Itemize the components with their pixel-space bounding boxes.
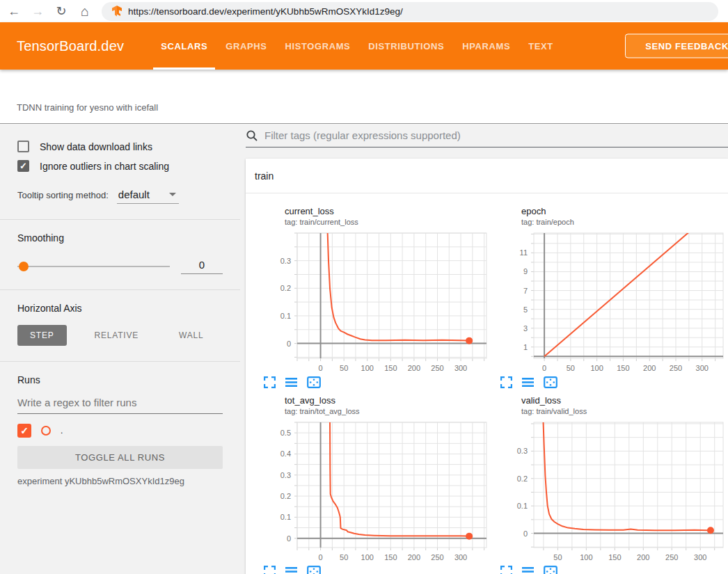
chart-actions	[500, 566, 728, 574]
svg-text:150: 150	[384, 553, 397, 561]
run-checkbox-checked-icon[interactable]: ✓	[17, 424, 31, 438]
send-feedback-button[interactable]: SEND FEEDBACK	[625, 34, 728, 58]
back-icon[interactable]: ←	[7, 5, 21, 17]
smoothing-slider[interactable]	[17, 266, 170, 267]
svg-text:3: 3	[523, 324, 528, 333]
fullscreen-icon[interactable]	[264, 376, 276, 388]
line-chart-tot-avg-loss[interactable]: 05010015020025030000.10.20.30.40.5	[261, 420, 491, 563]
horizontal-axis-label: Horizontal Axis	[17, 303, 223, 314]
svg-text:0.3: 0.3	[280, 471, 291, 479]
fit-domain-icon[interactable]	[307, 376, 321, 388]
svg-text:0: 0	[287, 340, 291, 348]
checkbox-unchecked-icon[interactable]	[17, 141, 29, 152]
axis-step-button[interactable]: STEP	[17, 325, 67, 346]
content: Show data download links ✓ Ignore outlie…	[0, 124, 728, 574]
svg-text:200: 200	[637, 553, 649, 561]
charts-grid: current_loss tag: train/current_loss 050…	[246, 193, 728, 574]
runs-regex-input[interactable]	[17, 394, 223, 414]
svg-text:0.2: 0.2	[517, 475, 528, 483]
tab-scalars[interactable]: SCALARS	[152, 22, 216, 70]
smoothing-value[interactable]: 0	[181, 259, 223, 274]
svg-text:0.2: 0.2	[280, 492, 291, 500]
chart-title: valid_loss	[521, 395, 728, 406]
tag-filter-input[interactable]	[264, 129, 728, 141]
tooltip-sort-value: default	[118, 189, 150, 200]
svg-text:250: 250	[665, 553, 678, 561]
svg-text:0: 0	[287, 534, 291, 543]
svg-text:0: 0	[523, 529, 528, 538]
svg-text:100: 100	[580, 553, 592, 561]
svg-text:300: 300	[696, 364, 709, 372]
svg-text:100: 100	[590, 364, 603, 372]
reload-icon[interactable]: ↻	[54, 5, 68, 17]
run-name: .	[61, 426, 63, 436]
fullscreen-icon[interactable]	[500, 566, 512, 574]
address-bar[interactable]: https://tensorboard.dev/experiment/yKUbh…	[102, 2, 718, 21]
tooltip-sort-select[interactable]: default	[117, 189, 179, 204]
slider-thumb[interactable]	[19, 262, 29, 271]
fullscreen-icon[interactable]	[264, 566, 276, 574]
chart-tag: tag: train/epoch	[521, 218, 728, 226]
svg-text:300: 300	[454, 364, 467, 372]
run-color-circle-icon	[41, 426, 51, 436]
toggle-y-axis-icon[interactable]	[522, 376, 534, 388]
line-chart-valid-loss[interactable]: 5010015020025030000.10.20.3	[498, 420, 727, 563]
show-download-links-checkbox[interactable]: Show data download links	[17, 141, 223, 152]
tab-text[interactable]: TEXT	[519, 22, 562, 70]
svg-text:0.3: 0.3	[517, 447, 528, 455]
svg-text:50: 50	[553, 553, 562, 561]
svg-text:150: 150	[384, 364, 397, 372]
svg-text:100: 100	[361, 364, 374, 372]
train-card: train current_loss tag: train/current_lo…	[246, 159, 728, 574]
axis-wall-button[interactable]: WALL	[166, 325, 216, 346]
chart-tag: tag: train/current_loss	[285, 218, 492, 226]
svg-text:0.2: 0.2	[280, 284, 291, 292]
train-section-header[interactable]: train	[246, 159, 728, 193]
run-row[interactable]: ✓ .	[17, 424, 223, 438]
line-chart-current-loss[interactable]: 05010015020025030000.10.20.3	[261, 230, 491, 374]
svg-text:300: 300	[694, 553, 706, 561]
fullscreen-icon[interactable]	[500, 376, 512, 388]
tab-histograms[interactable]: HISTOGRAMS	[276, 22, 359, 70]
chart-actions	[264, 566, 492, 574]
checkbox-label: Ignore outliers in chart scaling	[40, 161, 169, 172]
chevron-down-icon	[169, 193, 176, 196]
chart-title: current_loss	[285, 206, 492, 216]
svg-text:5: 5	[523, 305, 528, 314]
svg-text:0.5: 0.5	[280, 429, 291, 437]
svg-text:300: 300	[454, 553, 467, 561]
toggle-y-axis-icon[interactable]	[285, 566, 297, 574]
tooltip-sort-label: Tooltip sorting method:	[17, 190, 109, 200]
ignore-outliers-checkbox[interactable]: ✓ Ignore outliers in chart scaling	[17, 160, 223, 172]
experiment-id-note: experiment yKUbhb5wRmOSXYkId1z9eg	[17, 476, 223, 486]
smoothing-label: Smoothing	[17, 232, 223, 244]
fit-domain-icon[interactable]	[544, 566, 557, 574]
svg-text:0: 0	[319, 364, 323, 372]
forward-icon[interactable]: →	[31, 5, 45, 17]
svg-text:0.1: 0.1	[280, 513, 291, 521]
tab-graphs[interactable]: GRAPHS	[216, 22, 276, 70]
fit-domain-icon[interactable]	[544, 376, 557, 388]
chart-actions	[500, 376, 728, 388]
tab-distributions[interactable]: DISTRIBUTIONS	[359, 22, 453, 70]
main-panel: train current_loss tag: train/current_lo…	[240, 124, 728, 574]
chart-actions	[264, 376, 492, 388]
chart-epoch: epoch tag: train/epoch 05010015020025030…	[498, 206, 728, 388]
toggle-y-axis-icon[interactable]	[285, 376, 297, 388]
page: ← → ↻ ⌂ https://tensorboard.dev/experime…	[0, 0, 728, 574]
toggle-all-runs-button[interactable]: TOGGLE ALL RUNS	[17, 446, 223, 469]
svg-text:0.4: 0.4	[280, 449, 291, 458]
svg-text:0.3: 0.3	[280, 257, 291, 265]
fit-domain-icon[interactable]	[307, 566, 321, 574]
home-icon[interactable]: ⌂	[78, 4, 92, 18]
experiment-title: TDNN training for yesno with icefall	[17, 102, 158, 113]
axis-relative-button[interactable]: RELATIVE	[82, 325, 152, 346]
checkbox-checked-icon[interactable]: ✓	[17, 160, 29, 172]
svg-text:0: 0	[542, 364, 546, 372]
tab-hparams[interactable]: HPARAMS	[453, 22, 519, 70]
svg-text:150: 150	[617, 364, 629, 372]
line-chart-epoch[interactable]: 0501001502002503001357911	[498, 230, 727, 374]
browser-toolbar: ← → ↻ ⌂ https://tensorboard.dev/experime…	[0, 0, 728, 22]
tab-bar: SCALARS GRAPHS HISTOGRAMS DISTRIBUTIONS …	[152, 22, 562, 70]
toggle-y-axis-icon[interactable]	[522, 566, 534, 574]
